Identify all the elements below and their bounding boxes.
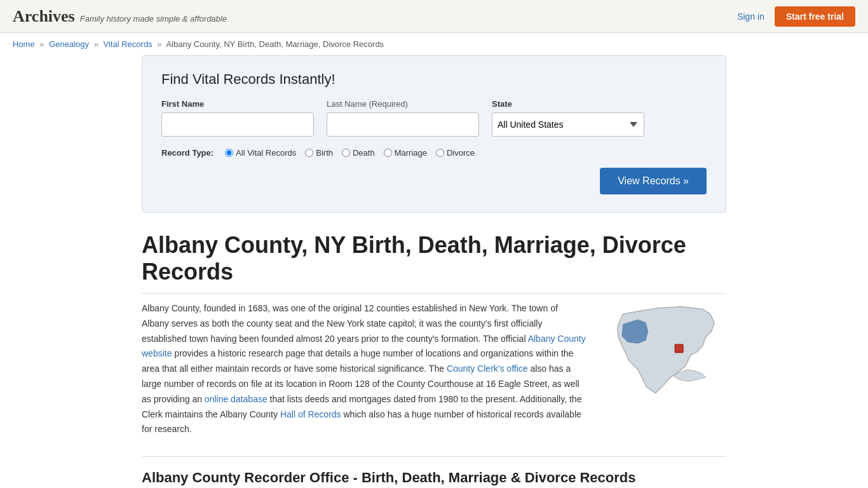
search-box: Find Vital Records Instantly! First Name… [142, 55, 726, 213]
header: Archives Family history made simple & af… [0, 0, 868, 33]
search-actions: View Records » [161, 168, 707, 194]
ny-state-map [606, 301, 723, 403]
breadcrumb-home[interactable]: Home [13, 39, 35, 49]
breadcrumb-sep-2: » [94, 39, 98, 49]
header-left: Archives Family history made simple & af… [13, 7, 227, 26]
archives-logo: Archives [13, 7, 75, 26]
view-records-button[interactable]: View Records » [600, 168, 707, 194]
record-type-label: Record Type: [161, 148, 214, 158]
content-text: Albany County, founded in 1683, was one … [142, 301, 587, 437]
first-name-label: First Name [161, 99, 314, 109]
state-group: State All United States [492, 99, 644, 137]
last-name-label: Last Name (Required) [327, 99, 479, 109]
hall-of-records-link[interactable]: Hall of Records [280, 409, 341, 419]
sign-in-link[interactable]: Sign in [737, 11, 764, 22]
radio-birth[interactable]: Birth [305, 148, 333, 158]
map-container [606, 301, 726, 437]
radio-marriage-input[interactable] [384, 149, 392, 157]
record-type-row: Record Type: All Vital Records Birth Dea… [161, 148, 707, 158]
state-label: State [492, 99, 644, 109]
first-name-group: First Name [161, 99, 314, 137]
radio-all-vital-label: All Vital Records [236, 148, 296, 158]
desc-p1: Albany County, founded in 1683, was one … [142, 303, 558, 344]
main-content: Find Vital Records Instantly! First Name… [129, 55, 739, 488]
radio-birth-label: Birth [316, 148, 333, 158]
search-title: Find Vital Records Instantly! [161, 71, 707, 88]
state-select[interactable]: All United States [492, 112, 644, 137]
breadcrumb-vital-records[interactable]: Vital Records [104, 39, 153, 49]
header-right: Sign in Start free trial [737, 6, 855, 27]
description-paragraph: Albany County, founded in 1683, was one … [142, 301, 587, 437]
last-name-input[interactable] [327, 112, 479, 137]
radio-death-label: Death [353, 148, 375, 158]
radio-marriage-label: Marriage [395, 148, 427, 158]
radio-divorce-input[interactable] [436, 149, 444, 157]
page-title: Albany County, NY Birth, Death, Marriage… [142, 232, 726, 294]
svg-rect-0 [675, 344, 683, 353]
radio-birth-input[interactable] [305, 149, 313, 157]
content-area: Albany County, founded in 1683, was one … [142, 301, 726, 437]
start-trial-button[interactable]: Start free trial [775, 6, 855, 27]
breadcrumb-current: Albany County, NY Birth, Death, Marriage… [166, 39, 384, 49]
radio-all-vital-input[interactable] [225, 149, 233, 157]
radio-death-input[interactable] [342, 149, 350, 157]
radio-divorce[interactable]: Divorce [436, 148, 475, 158]
radio-death[interactable]: Death [342, 148, 375, 158]
breadcrumb: Home » Genealogy » Vital Records » Alban… [0, 33, 868, 55]
archives-tagline: Family history made simple & affordable [80, 14, 227, 24]
online-db-link[interactable]: online database [205, 394, 268, 404]
first-name-input[interactable] [161, 112, 314, 137]
radio-all-vital[interactable]: All Vital Records [225, 148, 296, 158]
breadcrumb-genealogy[interactable]: Genealogy [49, 39, 89, 49]
radio-divorce-label: Divorce [447, 148, 475, 158]
recorder-title: Albany County Recorder Office - Birth, D… [142, 470, 726, 486]
search-fields: First Name Last Name (Required) State Al… [161, 99, 707, 137]
recorder-section: Albany County Recorder Office - Birth, D… [142, 456, 726, 488]
breadcrumb-sep-1: » [39, 39, 44, 49]
county-clerk-link[interactable]: County Clerk's office [447, 363, 528, 374]
last-name-group: Last Name (Required) [327, 99, 479, 137]
breadcrumb-sep-3: » [157, 39, 161, 49]
radio-marriage[interactable]: Marriage [384, 148, 427, 158]
